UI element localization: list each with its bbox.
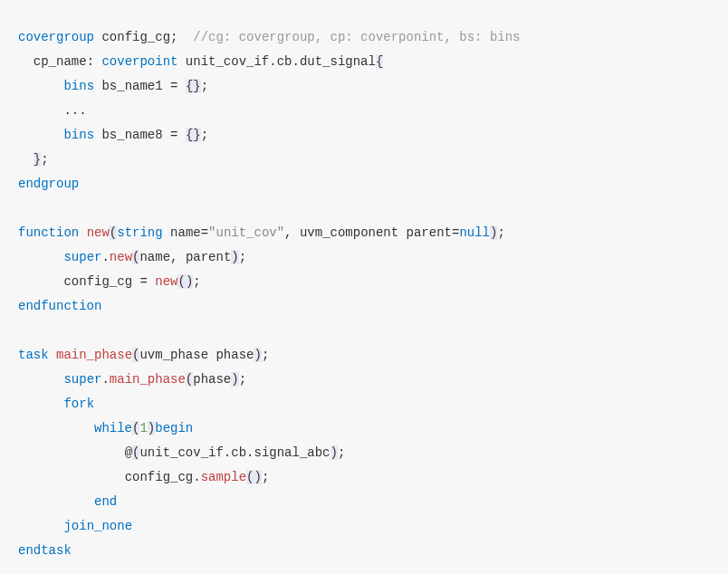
blank-line bbox=[18, 196, 710, 221]
dot: . bbox=[224, 445, 231, 460]
paren-open: ( bbox=[110, 225, 117, 240]
bin-name: bs_name1 bbox=[101, 79, 162, 93]
code-line: ... bbox=[18, 99, 710, 123]
semicolon: ; bbox=[497, 225, 504, 240]
code-line: while(1)begin bbox=[18, 416, 710, 441]
semicolon: ; bbox=[201, 128, 208, 142]
identifier: config_cg bbox=[125, 470, 194, 484]
keyword-end: end bbox=[94, 494, 117, 509]
keyword-function: function bbox=[18, 225, 79, 240]
keyword-task: task bbox=[18, 348, 49, 362]
param-name: name bbox=[170, 225, 201, 240]
braces: {} bbox=[186, 79, 201, 93]
method: main_phase bbox=[110, 372, 186, 387]
semicolon: ; bbox=[338, 445, 345, 460]
dot: . bbox=[292, 54, 300, 69]
identifier: signal_abc bbox=[254, 445, 330, 460]
brace-open: { bbox=[376, 54, 383, 69]
ellipsis: ... bbox=[63, 103, 86, 118]
covergroup-name: config_cg bbox=[101, 30, 170, 44]
type: uvm_phase bbox=[139, 348, 208, 362]
code-line: super.new(name, parent); bbox=[18, 245, 710, 270]
code-line: config_cg.sample(); bbox=[18, 465, 710, 490]
paren-close: ) bbox=[330, 445, 338, 460]
paren-open: ( bbox=[186, 372, 193, 387]
brace-close: } bbox=[34, 152, 41, 167]
blank-line bbox=[18, 319, 710, 343]
keyword-fork: fork bbox=[63, 397, 94, 411]
cp-label: cp_name bbox=[34, 54, 87, 69]
code-line: endfunction bbox=[18, 294, 710, 319]
keyword-string: string bbox=[117, 225, 162, 240]
comma: , bbox=[284, 225, 292, 240]
code-line: task main_phase(uvm_phase phase); bbox=[18, 343, 710, 368]
bin-name: bs_name8 bbox=[101, 128, 162, 142]
semicolon: ; bbox=[239, 372, 246, 387]
parens: () bbox=[177, 274, 193, 289]
code-line: cp_name: coverpoint unit_cov_if.cb.dut_s… bbox=[18, 50, 710, 74]
keyword-coverpoint: coverpoint bbox=[101, 54, 177, 69]
arg: phase bbox=[216, 348, 254, 362]
dot: . bbox=[269, 54, 276, 69]
arg: phase bbox=[193, 372, 231, 387]
keyword-endgroup: endgroup bbox=[18, 177, 79, 191]
arg: parent bbox=[186, 250, 231, 264]
code-line: endgroup bbox=[18, 172, 710, 196]
dot: . bbox=[101, 250, 109, 264]
keyword-null: null bbox=[459, 225, 490, 240]
keyword-endfunction: endfunction bbox=[18, 299, 101, 313]
code-line: function new(string name="unit_cov", uvm… bbox=[18, 221, 710, 245]
braces: {} bbox=[186, 128, 201, 142]
task-name: main_phase bbox=[56, 348, 132, 362]
code-line: }; bbox=[18, 148, 710, 172]
code-line: config_cg = new(); bbox=[18, 270, 710, 294]
keyword-while: while bbox=[94, 421, 132, 435]
code-line: bins bs_name1 = {}; bbox=[18, 74, 710, 99]
semicolon: ; bbox=[193, 274, 200, 289]
keyword-endtask: endtask bbox=[18, 543, 72, 558]
param-name: parent bbox=[407, 225, 452, 240]
code-block: covergroup config_cg; //cg: covergroup, … bbox=[18, 25, 710, 563]
arg: name bbox=[139, 250, 170, 264]
code-line: endtask bbox=[18, 539, 710, 563]
keyword-new: new bbox=[87, 225, 110, 240]
identifier: unit_cov_if bbox=[186, 54, 269, 69]
identifier: cb bbox=[277, 54, 292, 69]
paren-close: ) bbox=[254, 348, 261, 362]
semicolon: ; bbox=[41, 152, 48, 167]
equals: = bbox=[139, 274, 147, 289]
equals: = bbox=[201, 225, 208, 240]
paren-close: ) bbox=[148, 421, 155, 435]
semicolon: ; bbox=[239, 250, 246, 264]
semicolon: ; bbox=[262, 470, 269, 484]
keyword-super: super bbox=[63, 250, 101, 264]
code-line: bins bs_name8 = {}; bbox=[18, 123, 710, 148]
comment: //cg: covergroup, cp: coverponint, bs: b… bbox=[193, 30, 520, 44]
keyword-bins: bins bbox=[63, 79, 94, 93]
identifier: config_cg bbox=[63, 274, 132, 289]
identifier: dut_signal bbox=[300, 54, 376, 69]
semicolon: ; bbox=[201, 79, 208, 93]
code-line: super.main_phase(phase); bbox=[18, 368, 710, 392]
parens: () bbox=[246, 470, 262, 484]
dot: . bbox=[101, 372, 109, 387]
identifier: cb bbox=[231, 445, 246, 460]
code-line: fork bbox=[18, 392, 710, 416]
keyword-new: new bbox=[155, 274, 177, 289]
paren-close: ) bbox=[231, 372, 238, 387]
keyword-begin: begin bbox=[155, 421, 193, 435]
at-sign: @ bbox=[125, 445, 132, 460]
code-line: join_none bbox=[18, 514, 710, 539]
keyword-covergroup: covergroup bbox=[18, 30, 94, 44]
keyword-bins: bins bbox=[63, 128, 94, 142]
method: sample bbox=[201, 470, 246, 484]
colon: : bbox=[87, 54, 94, 69]
string-literal: "unit_cov" bbox=[208, 225, 284, 240]
code-line: covergroup config_cg; //cg: covergroup, … bbox=[18, 25, 710, 50]
keyword-join-none: join_none bbox=[63, 519, 132, 533]
number: 1 bbox=[139, 421, 147, 435]
code-line: @(unit_cov_if.cb.signal_abc); bbox=[18, 441, 710, 465]
paren-close: ) bbox=[231, 250, 238, 264]
keyword-super: super bbox=[63, 372, 101, 387]
semicolon: ; bbox=[262, 348, 269, 362]
